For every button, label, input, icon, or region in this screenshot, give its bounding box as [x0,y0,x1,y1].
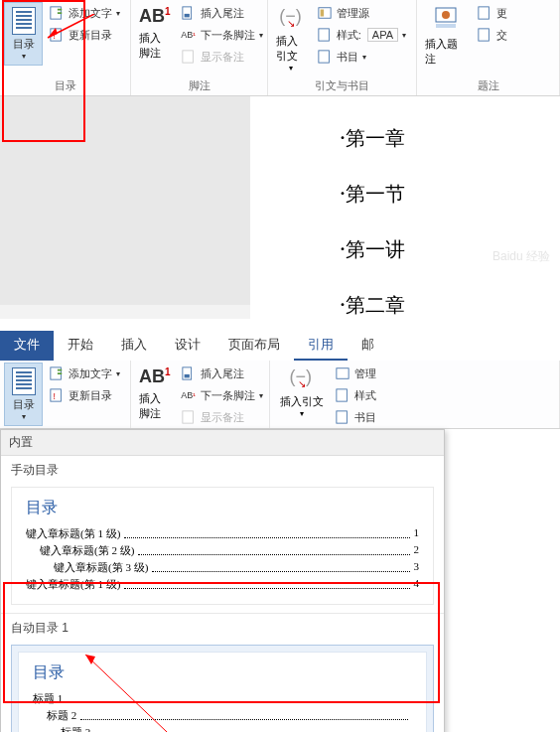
svg-rect-22 [182,411,193,423]
group-label-citations: 引文与书目 [272,76,412,95]
style-dropdown[interactable]: 样式 [333,386,378,404]
insert-caption-button[interactable]: 插入题注 [421,2,471,76]
toc-dropdown-menu: 内置 手动目录 目录 键入章标题(第 1 级)1 键入章标题(第 2 级)2 键… [0,429,445,732]
caption-icon [434,6,458,33]
cross-ref-icon [477,27,492,43]
insert-citation-button[interactable]: (−)↘ 插入引文 ▾ [274,363,329,428]
toc-button[interactable]: 目录 ▾ [4,363,43,426]
show-notes-icon [181,409,197,425]
citation-icon: (−) ↘ [279,6,303,30]
toc-button-label: 目录 [13,37,35,52]
update-toc-icon: ! [49,387,65,403]
update-toc-label: 更新目录 [69,28,112,43]
chevron-down-icon: ▾ [22,412,26,421]
bibliography-icon [317,49,333,65]
watermark: Baidu 经验 [492,248,550,265]
tab-insert[interactable]: 插入 [107,331,161,361]
insert-footnote-button[interactable]: AB1 插入脚注 [135,2,175,76]
next-footnote-button[interactable]: AB¹ 下一条脚注 ▾ [179,386,265,404]
tab-home[interactable]: 开始 [54,331,107,361]
tab-file[interactable]: 文件 [0,331,54,361]
toc-preview-manual[interactable]: 目录 键入章标题(第 1 级)1 键入章标题(第 2 级)2 键入章标题(第 3… [11,487,434,605]
add-text-button[interactable]: 添加文字 ▾ [47,4,122,22]
doc-heading-2: ·第一节 [340,180,560,208]
doc-icon [477,5,492,21]
endnote-icon [181,366,197,381]
svg-rect-18 [51,389,62,401]
tab-mail[interactable]: 邮 [348,331,388,361]
chevron-down-icon: ▾ [362,53,366,62]
ab-icon: AB1 [139,6,171,27]
bibliography-icon [335,409,350,425]
manage-sources-button[interactable]: 管理 [333,365,378,382]
doc-heading-1: ·第一章 [340,124,560,152]
style-icon [317,27,333,43]
tab-references[interactable]: 引用 [294,331,348,361]
update-button[interactable]: 更 [475,4,509,22]
insert-citation-button[interactable]: (−) ↘ 插入引文 ▾ [272,2,311,76]
add-text-icon [49,366,65,381]
svg-text:!: ! [54,391,56,401]
ribbon-tabs: 文件 开始 插入 设计 页面布局 引用 邮 [0,331,560,361]
tab-design[interactable]: 设计 [161,331,214,361]
cross-ref-button[interactable]: 交 [475,26,509,44]
next-footnote-icon: AB¹ [181,27,197,43]
svg-rect-12 [436,24,456,28]
group-label-toc: 目录 [4,76,126,95]
document-page[interactable]: ·第一章 ·第一节 ·第一讲 ·第二章 [250,96,560,319]
manage-sources-icon [317,5,333,21]
chevron-down-icon: ▾ [22,52,26,61]
svg-rect-25 [337,411,348,423]
show-notes-icon [181,49,197,65]
toc-icon [12,7,36,35]
update-toc-button[interactable]: ! 更新目录 [47,26,122,44]
add-text-button[interactable]: 添加文字 ▾ [47,365,122,382]
add-text-label: 添加文字 [69,6,112,21]
next-footnote-icon: AB¹ [181,387,197,403]
manage-sources-button[interactable]: 管理源 [315,4,408,22]
dropdown-item-auto-toc-1[interactable]: 自动目录 1 [1,613,444,643]
chevron-down-icon: ▾ [289,64,293,73]
citation-icon: (−)↘ [290,366,314,390]
update-toc-button[interactable]: ! 更新目录 [47,386,122,404]
toc-icon [12,367,36,395]
show-notes-button: 显示备注 [179,408,265,426]
svg-rect-14 [479,29,490,41]
endnote-icon [181,5,197,21]
chevron-down-icon: ▾ [259,31,263,40]
next-footnote-button[interactable]: AB¹ 下一条脚注 ▾ [179,26,265,44]
insert-endnote-button[interactable]: 插入尾注 [179,4,265,22]
chevron-down-icon: ▾ [402,31,406,40]
toc-button[interactable]: 目录 ▾ [4,2,43,66]
chevron-down-icon: ▾ [300,409,304,418]
svg-rect-24 [337,389,348,401]
insert-endnote-button[interactable]: 插入尾注 [179,365,265,382]
bibliography-button[interactable]: 书目 [333,408,378,426]
svg-rect-23 [337,368,349,379]
dropdown-item-manual-toc[interactable]: 手动目录 [1,456,444,485]
chevron-down-icon: ▾ [116,9,120,18]
bibliography-button[interactable]: 书目 ▾ [315,48,408,66]
doc-heading-4: ·第二章 [340,291,560,319]
svg-text:!: ! [54,31,56,41]
dropdown-header-builtin: 内置 [1,430,444,456]
show-notes-button: 显示备注 [179,48,265,66]
chevron-down-icon: ▾ [116,369,120,378]
tab-layout[interactable]: 页面布局 [214,331,294,361]
svg-rect-4 [184,14,189,18]
svg-rect-7 [320,10,324,17]
document-margin-area [0,96,250,305]
svg-rect-21 [184,374,189,378]
svg-rect-9 [319,51,330,63]
svg-rect-13 [479,7,490,19]
svg-point-11 [442,11,450,19]
toc-preview-auto-1[interactable]: 目录 标题 1 标题 2 标题 3 [11,645,434,732]
insert-footnote-button[interactable]: AB1 插入脚注 [135,363,175,428]
insert-footnote-label: 插入脚注 [139,31,171,61]
group-label-footnotes: 脚注 [135,76,263,95]
svg-rect-5 [182,51,193,63]
style-dropdown[interactable]: 样式: APA ▾ [315,26,408,44]
group-label-captions: 题注 [421,76,555,95]
svg-rect-8 [319,29,330,41]
chevron-down-icon: ▾ [259,391,263,400]
